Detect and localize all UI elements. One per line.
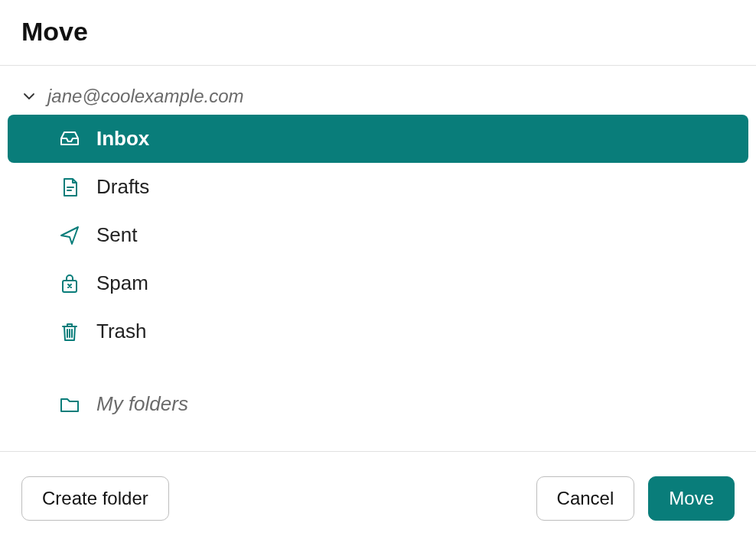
folder-list: Inbox Drafts Sent Spam [8, 115, 748, 428]
spacer [8, 356, 748, 380]
folder-item-inbox[interactable]: Inbox [8, 115, 748, 163]
folder-label: Drafts [96, 175, 149, 199]
folder-label: Trash [96, 320, 147, 343]
cancel-button[interactable]: Cancel [536, 476, 635, 521]
folder-item-drafts[interactable]: Drafts [8, 163, 748, 211]
account-label: jane@coolexample.com [47, 86, 244, 107]
dialog-body: jane@coolexample.com Inbox Drafts Sent [0, 66, 756, 451]
footer-actions: Cancel Move [536, 476, 735, 521]
trash-icon [58, 320, 81, 343]
dialog-footer: Create folder Cancel Move [0, 452, 756, 536]
dialog-title: Move [21, 17, 735, 47]
move-button[interactable]: Move [648, 476, 735, 521]
folder-item-trash[interactable]: Trash [8, 307, 748, 356]
folder-icon [58, 393, 81, 416]
spam-icon [58, 272, 81, 295]
folder-item-spam[interactable]: Spam [8, 259, 748, 307]
drafts-icon [58, 176, 81, 199]
dialog-header: Move [0, 0, 756, 65]
inbox-icon [58, 128, 81, 151]
folder-item-my-folders[interactable]: My folders [8, 380, 748, 428]
move-dialog: Move jane@coolexample.com Inbox Drafts [0, 0, 756, 536]
folder-item-sent[interactable]: Sent [8, 211, 748, 259]
folder-label: Spam [96, 271, 148, 295]
account-toggle[interactable]: jane@coolexample.com [8, 80, 748, 115]
sent-icon [58, 224, 81, 247]
folder-label: Sent [96, 223, 138, 247]
create-folder-button[interactable]: Create folder [21, 476, 169, 521]
chevron-down-icon [21, 89, 37, 104]
folder-label: Inbox [96, 127, 149, 151]
my-folders-label: My folders [96, 392, 188, 416]
